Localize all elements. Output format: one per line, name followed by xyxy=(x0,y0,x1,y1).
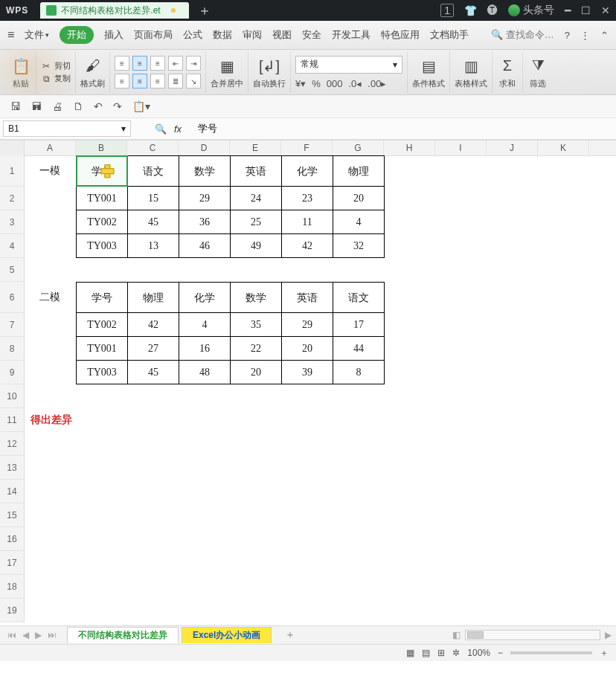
cell[interactable] xyxy=(385,234,436,258)
cell[interactable] xyxy=(487,210,539,234)
view-normal-icon[interactable]: ▦ xyxy=(406,648,414,658)
cell[interactable] xyxy=(76,432,127,456)
cell[interactable]: 42 xyxy=(282,234,333,258)
cell[interactable] xyxy=(25,575,76,599)
cell[interactable] xyxy=(487,503,538,527)
hamburger-icon[interactable]: ≡ xyxy=(7,28,14,42)
merge-icon[interactable]: ▦ xyxy=(216,56,237,77)
row-header[interactable]: 13 xyxy=(0,456,25,480)
cell[interactable] xyxy=(487,575,538,599)
cell[interactable]: 语文 xyxy=(128,155,179,187)
col-K[interactable]: K xyxy=(538,141,589,155)
cell[interactable] xyxy=(179,480,230,503)
skin-icon[interactable]: 👕 xyxy=(464,4,477,16)
cell[interactable] xyxy=(436,155,487,187)
percent-button[interactable]: % xyxy=(312,78,321,89)
align-bottom-left[interactable]: ≡ xyxy=(115,74,129,88)
cell[interactable] xyxy=(25,361,76,384)
cell[interactable] xyxy=(385,282,436,313)
sheet-add-button[interactable]: ＋ xyxy=(275,627,306,643)
zoom-slider[interactable] xyxy=(510,651,592,654)
cell[interactable] xyxy=(230,551,281,575)
cell[interactable]: 48 xyxy=(179,361,231,384)
document-tab[interactable]: 不同结构表格对比差异.et xyxy=(40,2,188,19)
cell[interactable] xyxy=(230,432,281,456)
cell[interactable] xyxy=(25,480,76,503)
cell[interactable] xyxy=(436,282,487,313)
row-header[interactable]: 12 xyxy=(0,432,25,456)
close-button[interactable]: ✕ xyxy=(601,4,610,16)
cell[interactable] xyxy=(179,258,230,282)
cell[interactable] xyxy=(281,456,333,480)
cell[interactable] xyxy=(127,599,179,622)
zoom-fx-icon[interactable]: 🔍 xyxy=(155,123,167,135)
cell[interactable] xyxy=(281,527,333,551)
cell[interactable] xyxy=(384,432,435,456)
cell[interactable] xyxy=(538,384,589,408)
cell[interactable] xyxy=(179,456,230,480)
cell[interactable] xyxy=(435,480,487,503)
col-B[interactable]: B xyxy=(76,141,127,155)
cell[interactable] xyxy=(127,503,179,527)
spreadsheet-grid[interactable]: A B C D E F G H I J K 1一模学号语文数学英语化学物理2TY… xyxy=(0,140,616,625)
cell[interactable]: 20 xyxy=(333,187,385,210)
qa-preview-icon[interactable]: 🗋 xyxy=(73,100,83,112)
cell[interactable] xyxy=(435,599,487,622)
cell[interactable] xyxy=(487,456,538,480)
cell[interactable] xyxy=(435,456,487,480)
sheet-nav-last[interactable]: ⏭ xyxy=(48,630,57,640)
cell[interactable] xyxy=(436,337,487,361)
cell[interactable] xyxy=(76,258,127,282)
row-header[interactable]: 7 xyxy=(0,313,25,337)
cell[interactable] xyxy=(25,187,76,210)
cell[interactable] xyxy=(538,527,589,551)
cell[interactable] xyxy=(385,361,436,384)
cell[interactable] xyxy=(435,408,487,432)
tab-insert[interactable]: 插入 xyxy=(104,28,123,42)
qa-redo-icon[interactable]: ↷ xyxy=(113,100,122,112)
scroll-right-icon[interactable]: ▶ xyxy=(605,630,612,640)
cell[interactable]: 4 xyxy=(333,210,385,234)
cell[interactable] xyxy=(333,575,384,599)
cell[interactable] xyxy=(436,187,487,210)
tab-security[interactable]: 安全 xyxy=(302,28,321,42)
cell[interactable] xyxy=(436,361,487,384)
cell[interactable] xyxy=(539,361,590,384)
cell[interactable] xyxy=(436,210,487,234)
cell[interactable] xyxy=(281,408,333,432)
row-header[interactable]: 5 xyxy=(0,258,25,282)
table-style-icon[interactable]: ▥ xyxy=(461,56,481,77)
qa-print-icon[interactable]: 🖨 xyxy=(52,100,62,112)
format-painter-label[interactable]: 格式刷 xyxy=(80,78,105,89)
cell[interactable] xyxy=(179,408,230,432)
cell[interactable] xyxy=(76,575,127,599)
cell[interactable] xyxy=(538,480,589,503)
cell[interactable]: 语文 xyxy=(333,282,385,313)
cell[interactable]: TY001 xyxy=(76,187,128,210)
col-G[interactable]: G xyxy=(333,141,384,155)
indent-decrease[interactable]: ⇤ xyxy=(168,56,183,71)
cell[interactable] xyxy=(281,503,333,527)
new-tab-button[interactable]: ＋ xyxy=(198,1,211,19)
view-pagebreak-icon[interactable]: ⊞ xyxy=(437,648,445,658)
cell[interactable]: 20 xyxy=(282,337,333,361)
cell[interactable]: 27 xyxy=(128,337,179,361)
tab-view[interactable]: 视图 xyxy=(272,28,292,42)
sheet-nav-next[interactable]: ▶ xyxy=(35,630,42,640)
col-E[interactable]: E xyxy=(230,141,281,155)
cell[interactable] xyxy=(487,313,539,337)
cell[interactable]: 35 xyxy=(231,313,282,337)
cell[interactable] xyxy=(333,384,384,408)
cell[interactable] xyxy=(281,480,333,503)
cell[interactable] xyxy=(333,456,384,480)
cell[interactable]: 44 xyxy=(333,337,385,361)
cell[interactable] xyxy=(385,187,436,210)
cell[interactable]: 化学 xyxy=(282,155,333,187)
sheet-tab-2[interactable]: Excel办公小动画 xyxy=(182,627,272,643)
cell[interactable] xyxy=(384,408,435,432)
theme-icon[interactable]: 🅣 xyxy=(487,4,498,16)
cell[interactable] xyxy=(539,282,590,313)
cell[interactable] xyxy=(539,187,590,210)
cell[interactable] xyxy=(487,282,539,313)
tab-data[interactable]: 数据 xyxy=(213,28,232,42)
